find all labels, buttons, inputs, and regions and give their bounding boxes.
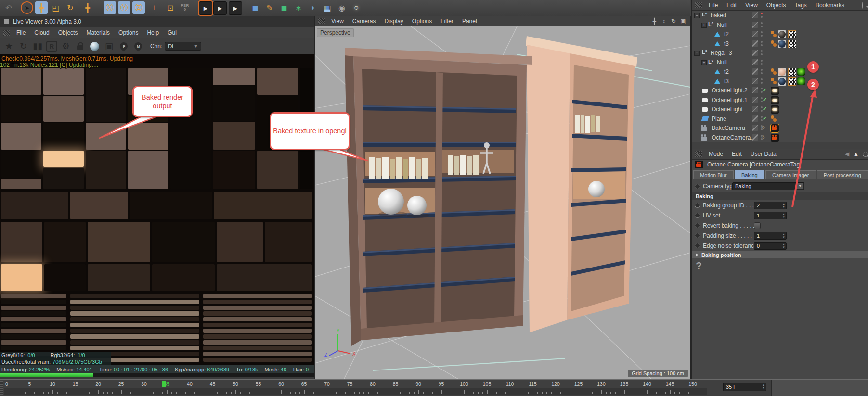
radio-icon[interactable] <box>695 223 700 228</box>
menu-objects[interactable]: Objects <box>54 28 82 37</box>
visibility-dots-icon[interactable] <box>761 13 763 18</box>
search-icon[interactable] <box>863 152 868 157</box>
camera-tag-icon[interactable] <box>771 134 779 142</box>
move-axis-icon[interactable]: ╋ <box>81 1 94 14</box>
object-row-OctaneLight.2[interactable]: OctaneLight.2✓ <box>692 86 868 95</box>
menu-objects[interactable]: Objects <box>762 1 790 10</box>
menu-view[interactable]: View <box>741 1 762 10</box>
enabled-check-icon[interactable]: ✓ <box>763 106 767 112</box>
object-row-t3[interactable]: t3 <box>692 77 868 86</box>
layer-toggle-icon[interactable] <box>752 78 758 84</box>
enabled-check-icon[interactable]: ✓ <box>763 87 767 93</box>
field-control[interactable]: 1▲▼ <box>754 232 787 240</box>
bend-deformer-icon[interactable]: ◗ <box>307 1 319 14</box>
cube-primitive-icon[interactable]: ◼ <box>249 1 261 14</box>
spline-pen-icon[interactable]: ✎ <box>263 1 276 14</box>
material-sphere-icon[interactable] <box>778 77 786 86</box>
layer-toggle-icon[interactable] <box>752 125 758 131</box>
bake-glow-tag-icon[interactable] <box>797 68 805 76</box>
uv-checker-tag-icon[interactable] <box>788 40 796 48</box>
object-row-t3[interactable]: t3 <box>692 39 868 49</box>
workplane-icon[interactable]: ⊡ <box>164 1 177 14</box>
menu-options[interactable]: Options <box>408 17 436 26</box>
render-view-icon[interactable]: ▶ <box>199 1 212 15</box>
menu-cloud[interactable]: Cloud <box>30 28 53 37</box>
spinner-arrows-icon[interactable]: ▲▼ <box>782 213 785 218</box>
visibility-dots-icon[interactable] <box>761 22 763 27</box>
pause-render-icon[interactable]: ▮▮ <box>32 40 44 52</box>
radio-icon[interactable] <box>695 203 700 208</box>
grip-icon[interactable] <box>0 381 3 395</box>
lock-resolution-icon[interactable] <box>74 40 86 52</box>
visibility-dots-icon[interactable] <box>761 69 763 74</box>
object-row-OctaneLight.1[interactable]: OctaneLight.1✓ <box>692 95 868 105</box>
layer-toggle-icon[interactable] <box>752 87 758 93</box>
radio-icon[interactable] <box>695 243 700 248</box>
baking-section-header[interactable]: Baking <box>692 192 868 200</box>
menu-cameras[interactable]: Cameras <box>348 17 380 26</box>
field-control[interactable]: 1▲▼ <box>754 212 787 219</box>
x-axis-lock-icon[interactable]: Ⓧ <box>104 1 116 14</box>
z-axis-lock-icon[interactable]: Ⓩ <box>132 1 145 14</box>
layer-toggle-icon[interactable] <box>752 115 758 122</box>
grip-icon[interactable] <box>3 30 10 36</box>
spinner-arrows-icon[interactable]: ▲▼ <box>782 233 785 239</box>
visibility-dots-icon[interactable] <box>761 41 763 46</box>
menu-user-data[interactable]: User Data <box>746 150 781 158</box>
camera-object-icon[interactable]: ◉ <box>336 1 348 14</box>
pan-view-icon[interactable]: ╋ <box>651 18 658 25</box>
bake-glow-tag-icon[interactable] <box>797 77 805 85</box>
baking-position-section[interactable]: Baking position <box>692 251 868 258</box>
view-label[interactable]: Perspective <box>317 28 354 37</box>
material-picker-icon[interactable]: M <box>132 40 144 52</box>
layer-toggle-icon[interactable] <box>752 12 758 18</box>
menu-filter[interactable]: Filter <box>436 17 458 26</box>
menu-edit[interactable]: Edit <box>727 150 746 158</box>
visibility-dots-icon[interactable] <box>761 31 763 37</box>
texture-dots-tag-icon[interactable] <box>771 68 777 75</box>
target-tag-icon[interactable]: ⊹ <box>761 125 765 130</box>
object-row-Plane[interactable]: Plane✓ <box>692 114 868 124</box>
array-generator-icon[interactable]: ∗ <box>292 1 305 14</box>
object-row-Null[interactable]: +LºNull <box>692 58 868 67</box>
psr-zero-icon[interactable]: PSR0 <box>179 1 191 14</box>
menu-tags[interactable]: Tags <box>790 1 811 10</box>
timeline-ruler[interactable]: 0510152025303540455055606570758085909510… <box>0 380 718 396</box>
layer-toggle-icon[interactable] <box>752 31 758 37</box>
y-axis-lock-icon[interactable]: Ⓨ <box>118 1 130 14</box>
layer-toggle-icon[interactable] <box>752 106 758 112</box>
rotate-tool-icon[interactable]: ↻ <box>64 1 77 14</box>
tab-baking[interactable]: Baking <box>735 170 764 179</box>
layer-toggle-icon[interactable] <box>752 97 758 103</box>
tab-motion-blur[interactable]: Motion Blur <box>693 170 734 179</box>
texture-dots-tag-icon[interactable] <box>771 30 777 38</box>
toggle-view-icon[interactable]: ▣ <box>680 18 687 25</box>
object-row-BakeCamera[interactable]: BakeCamera⊹ <box>692 123 868 133</box>
light-object-icon[interactable]: ○ <box>350 1 363 14</box>
scale-tool-icon[interactable]: ◰ <box>50 1 62 14</box>
rotate-view-icon[interactable]: ↻ <box>670 18 677 25</box>
radio-icon[interactable] <box>695 213 700 218</box>
menu-materials[interactable]: Materials <box>82 28 114 37</box>
uv-checker-tag-icon[interactable] <box>788 77 796 86</box>
material-sphere-icon[interactable] <box>778 68 786 76</box>
object-row-OctaneCamera.1[interactable]: OctaneCamera.1⊹ <box>692 133 868 142</box>
light-tag-icon[interactable] <box>771 87 779 95</box>
collapse-icon[interactable]: − <box>694 13 700 18</box>
camera-type-dropdown[interactable]: Baking ▼ <box>732 182 804 190</box>
expand-icon[interactable]: + <box>701 60 707 65</box>
uv-checker-tag-icon[interactable] <box>788 30 796 38</box>
layer-toggle-icon[interactable] <box>752 40 758 47</box>
layer-toggle-icon[interactable] <box>752 134 758 141</box>
tab-camera-imager[interactable]: Camera Imager <box>765 170 816 179</box>
checkbox[interactable] <box>754 222 761 229</box>
visibility-dots-icon[interactable] <box>761 60 763 65</box>
enabled-check-icon[interactable]: ✓ <box>763 97 767 103</box>
layer-toggle-icon[interactable] <box>752 59 758 65</box>
object-row-OctaneLight[interactable]: OctaneLight✓ <box>692 104 868 114</box>
subdivision-icon[interactable]: ◼ <box>278 1 290 14</box>
spinner-arrows-icon[interactable]: ▲▼ <box>782 243 785 249</box>
collapse-icon[interactable]: − <box>694 51 700 56</box>
menu-gui[interactable]: Gui <box>163 28 181 37</box>
material-sphere-icon[interactable] <box>778 30 786 38</box>
